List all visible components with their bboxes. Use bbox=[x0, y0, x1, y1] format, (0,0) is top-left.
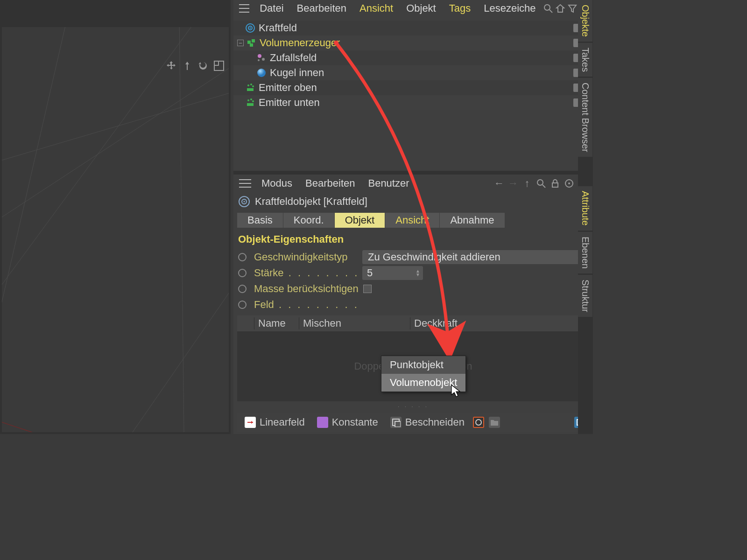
tab-koord[interactable]: Koord. bbox=[283, 213, 334, 228]
col-name[interactable]: Name bbox=[254, 317, 299, 329]
menu-lesezeiche[interactable]: Lesezeiche bbox=[477, 0, 542, 16]
menu-ansicht[interactable]: Ansicht bbox=[353, 0, 400, 16]
vertical-tab-bar: Objekte Takes Content Browser Attribute … bbox=[578, 0, 593, 434]
resize-handle-icon[interactable]: · · · · · bbox=[237, 401, 589, 410]
field-shortcut-bar: Linearfeld Konstante Beschneiden bbox=[237, 413, 589, 432]
vtab-takes[interactable]: Takes bbox=[578, 43, 592, 77]
clip-icon bbox=[390, 417, 402, 428]
menu-bearbeiten[interactable]: Bearbeiten bbox=[290, 0, 353, 16]
vtab-content-browser[interactable]: Content Browser bbox=[578, 78, 592, 157]
svg-rect-8 bbox=[214, 61, 218, 65]
svg-point-31 bbox=[252, 100, 254, 102]
vtab-objekte[interactable]: Objekte bbox=[578, 0, 592, 42]
up-icon[interactable]: ↑ bbox=[520, 176, 534, 190]
target-icon[interactable] bbox=[562, 176, 576, 190]
vtab-attribute[interactable]: Attribute bbox=[578, 186, 592, 230]
svg-point-26 bbox=[250, 84, 252, 85]
tree-row-kugel-innen[interactable]: Kugel innen ✓ bbox=[233, 65, 593, 80]
home-icon[interactable] bbox=[554, 1, 566, 15]
sphere-icon bbox=[256, 67, 267, 78]
beschneiden-button[interactable]: Beschneiden bbox=[387, 415, 468, 429]
viewport-3d-area[interactable] bbox=[2, 27, 229, 432]
rotate-icon[interactable] bbox=[197, 60, 209, 72]
prop-mass: Masse berücksichtigen bbox=[233, 281, 593, 297]
tab-ansicht[interactable]: Ansicht bbox=[385, 213, 439, 228]
menu-item-volumenobjekt[interactable]: Volumenobjekt bbox=[381, 374, 465, 392]
vtab-ebenen[interactable]: Ebenen bbox=[578, 232, 592, 273]
prop-field: Feld bbox=[233, 297, 593, 313]
zoom-icon[interactable] bbox=[181, 60, 193, 72]
anim-dot-icon[interactable] bbox=[238, 285, 247, 293]
tab-abnahme[interactable]: Abnahme bbox=[440, 213, 504, 228]
menu-item-punktobjekt[interactable]: Punktobjekt bbox=[381, 356, 465, 374]
attribute-object-header: Kraftfeldobjekt [Kraftfeld] bbox=[233, 192, 593, 211]
emitter-icon bbox=[245, 97, 256, 108]
section-title: Objekt-Eigenschaften bbox=[233, 231, 593, 249]
konstante-button[interactable]: Konstante bbox=[313, 415, 382, 429]
prop-speed-type: Geschwindigkeitstyp Zu Geschwindigkeit a… bbox=[233, 249, 593, 265]
speed-type-select[interactable]: Zu Geschwindigkeit addieren ⌵ bbox=[362, 250, 588, 264]
col-deckkraft[interactable]: Deckkraft bbox=[410, 317, 589, 329]
mass-checkbox[interactable] bbox=[363, 285, 372, 293]
svg-line-6 bbox=[2, 414, 35, 432]
folder-add-icon[interactable] bbox=[489, 417, 500, 428]
menu-bearbeiten-attr[interactable]: Bearbeiten bbox=[299, 175, 361, 191]
strength-input[interactable]: 5 ▲▼ bbox=[362, 266, 423, 280]
spinner-icon[interactable]: ▲▼ bbox=[416, 269, 420, 277]
svg-point-30 bbox=[250, 98, 252, 100]
viewport-grid bbox=[2, 27, 229, 432]
drag-context-menu: Punktobjekt Volumenobjekt bbox=[381, 356, 466, 392]
field-select-icon[interactable] bbox=[473, 417, 484, 428]
tab-objekt[interactable]: Objekt bbox=[335, 213, 385, 228]
random-field-icon bbox=[256, 52, 267, 63]
object-manager-menu: Datei Bearbeiten Ansicht Objekt Tags Les… bbox=[233, 0, 593, 17]
prop-label: Stärke bbox=[254, 267, 362, 279]
search-icon[interactable] bbox=[543, 1, 555, 15]
svg-point-16 bbox=[250, 28, 251, 29]
menu-benutzer[interactable]: Benutzer bbox=[361, 175, 416, 191]
svg-line-4 bbox=[179, 27, 184, 432]
menu-objekt[interactable]: Objekt bbox=[400, 0, 443, 16]
svg-line-1 bbox=[2, 46, 229, 232]
svg-marker-44 bbox=[251, 421, 253, 424]
filter-icon[interactable] bbox=[566, 1, 578, 15]
tree-row-volumenerzeuger[interactable]: − Volumenerzeuger ✓ bbox=[233, 35, 593, 50]
attribute-manager-panel: Modus Bearbeiten Benutzer ← → ↑ Kraftfel… bbox=[233, 175, 593, 434]
svg-point-32 bbox=[537, 180, 543, 185]
tab-basis[interactable]: Basis bbox=[237, 213, 283, 228]
collapse-icon[interactable]: − bbox=[237, 40, 244, 46]
search-icon[interactable] bbox=[534, 176, 548, 190]
col-mischen[interactable]: Mischen bbox=[299, 317, 410, 329]
layout-icon[interactable] bbox=[213, 60, 225, 72]
back-icon[interactable]: ← bbox=[492, 176, 506, 190]
svg-rect-19 bbox=[250, 43, 253, 47]
tree-row-emitter-unten[interactable]: Emitter unten ✓ bbox=[233, 95, 593, 110]
tree-row-kraftfeld[interactable]: Kraftfeld ✓ bbox=[233, 21, 593, 35]
anim-dot-icon[interactable] bbox=[238, 301, 247, 309]
menu-tags[interactable]: Tags bbox=[443, 0, 477, 16]
tree-label: Kraftfeld bbox=[259, 22, 297, 34]
svg-rect-17 bbox=[247, 41, 251, 44]
emitter-icon bbox=[245, 82, 256, 93]
svg-point-23 bbox=[257, 69, 266, 77]
anim-dot-icon[interactable] bbox=[238, 253, 247, 261]
tree-row-emitter-oben[interactable]: Emitter oben ✓ bbox=[233, 80, 593, 95]
linearfeld-button[interactable]: Linearfeld bbox=[241, 415, 309, 429]
vtab-struktur[interactable]: Struktur bbox=[578, 275, 592, 317]
hamburger-icon[interactable] bbox=[239, 179, 251, 188]
lock-icon[interactable] bbox=[548, 176, 562, 190]
svg-rect-18 bbox=[252, 39, 255, 42]
tree-row-zufallsfeld[interactable]: Zufallsfeld ✓ bbox=[233, 50, 593, 65]
volume-builder-icon bbox=[246, 37, 257, 49]
move-icon[interactable] bbox=[165, 60, 177, 72]
svg-rect-46 bbox=[395, 421, 401, 427]
hamburger-icon[interactable] bbox=[239, 4, 249, 13]
svg-point-47 bbox=[476, 420, 481, 425]
svg-point-36 bbox=[568, 182, 570, 184]
attribute-manager-menu: Modus Bearbeiten Benutzer ← → ↑ bbox=[233, 175, 593, 192]
anim-dot-icon[interactable] bbox=[238, 269, 247, 277]
menu-modus[interactable]: Modus bbox=[255, 175, 299, 191]
svg-point-22 bbox=[258, 59, 260, 61]
menu-datei[interactable]: Datei bbox=[253, 0, 290, 16]
object-tree[interactable]: Kraftfeld ✓ − Volumenerzeuger ✓ Zufallsf… bbox=[233, 17, 593, 171]
